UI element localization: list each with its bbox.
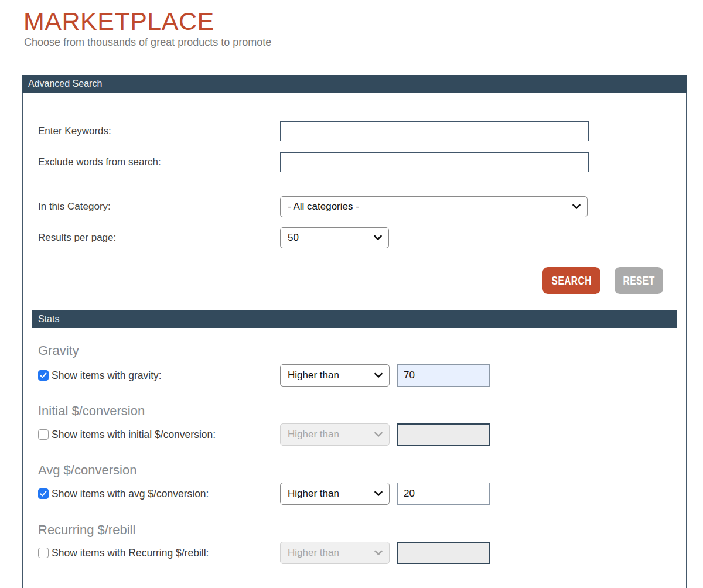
recurring-rebill-checkbox-label: Show items with Recurring $/rebill: <box>52 547 209 559</box>
initial-conversion-checkbox[interactable] <box>38 429 49 440</box>
avg-conversion-heading: Avg $/conversion <box>38 463 136 478</box>
marketplace-page: MARKETPLACE Choose from thousands of gre… <box>0 0 703 588</box>
category-select[interactable]: - All categories - <box>280 196 588 217</box>
gravity-checkbox-label: Show items with gravity: <box>52 370 162 382</box>
recurring-rebill-comparator-select: Higher than <box>280 542 390 564</box>
recurring-rebill-heading: Recurring $/rebill <box>38 522 135 538</box>
recurring-rebill-checkbox[interactable] <box>38 548 49 558</box>
initial-conversion-checkbox-group: Show items with initial $/conversion: <box>38 423 216 446</box>
avg-conversion-row: Show items with avg $/conversion: Higher… <box>23 483 686 505</box>
initial-conversion-heading: Initial $/conversion <box>38 404 145 419</box>
page-subtitle: Choose from thousands of great products … <box>24 36 271 49</box>
recurring-rebill-comparator-value: Higher than <box>288 547 339 559</box>
initial-conversion-comparator-value: Higher than <box>288 429 339 440</box>
avg-conversion-comparator-select[interactable]: Higher than <box>280 483 390 505</box>
results-per-page-selected-value: 50 <box>288 232 299 244</box>
chevron-down-icon <box>374 491 383 497</box>
page-title: MARKETPLACE <box>23 7 214 36</box>
advanced-search-panel: Advanced Search Enter Keywords: Exclude … <box>22 75 687 588</box>
avg-conversion-value-input[interactable] <box>397 483 490 505</box>
exclude-words-label: Exclude words from search: <box>38 152 161 172</box>
gravity-comparator-select[interactable]: Higher than <box>280 364 390 387</box>
category-selected-value: - All categories - <box>288 201 359 213</box>
category-label: In this Category: <box>38 197 111 217</box>
search-button[interactable]: SEARCH <box>542 267 600 294</box>
avg-conversion-checkbox-label: Show items with avg $/conversion: <box>52 488 209 500</box>
chevron-down-icon <box>374 373 383 378</box>
initial-conversion-comparator-select: Higher than <box>280 423 390 446</box>
results-per-page-label: Results per page: <box>38 228 116 248</box>
recurring-rebill-row: Show items with Recurring $/rebill: High… <box>23 542 686 564</box>
advanced-search-header: Advanced Search <box>22 75 687 93</box>
chevron-down-icon <box>374 551 383 556</box>
gravity-checkbox-group: Show items with gravity: <box>38 364 162 387</box>
results-per-page-select[interactable]: 50 <box>280 227 389 248</box>
avg-conversion-checkbox[interactable] <box>38 488 49 499</box>
gravity-heading: Gravity <box>38 343 79 358</box>
gravity-comparator-value: Higher than <box>288 370 339 381</box>
exclude-words-input[interactable] <box>280 152 589 172</box>
gravity-checkbox[interactable] <box>38 370 49 381</box>
initial-conversion-value-input <box>397 423 490 446</box>
chevron-down-icon <box>572 204 581 210</box>
reset-button-label: RESET <box>623 274 655 288</box>
recurring-rebill-checkbox-group: Show items with Recurring $/rebill: <box>38 542 209 564</box>
avg-conversion-checkbox-group: Show items with avg $/conversion: <box>38 483 209 505</box>
checkmark-icon <box>40 491 47 497</box>
keywords-label: Enter Keywords: <box>38 121 111 141</box>
initial-conversion-checkbox-label: Show items with initial $/conversion: <box>52 429 216 441</box>
recurring-rebill-value-input <box>397 542 490 564</box>
search-button-label: SEARCH <box>551 274 591 288</box>
checkmark-icon <box>40 372 47 378</box>
keywords-input[interactable] <box>280 121 589 141</box>
stats-header: Stats <box>32 310 677 328</box>
reset-button[interactable]: RESET <box>615 267 663 294</box>
avg-conversion-comparator-value: Higher than <box>288 488 339 500</box>
chevron-down-icon <box>374 235 382 241</box>
chevron-down-icon <box>374 432 383 437</box>
initial-conversion-row: Show items with initial $/conversion: Hi… <box>23 423 686 446</box>
gravity-row: Show items with gravity: Higher than <box>23 364 686 387</box>
gravity-value-input[interactable] <box>397 364 490 387</box>
